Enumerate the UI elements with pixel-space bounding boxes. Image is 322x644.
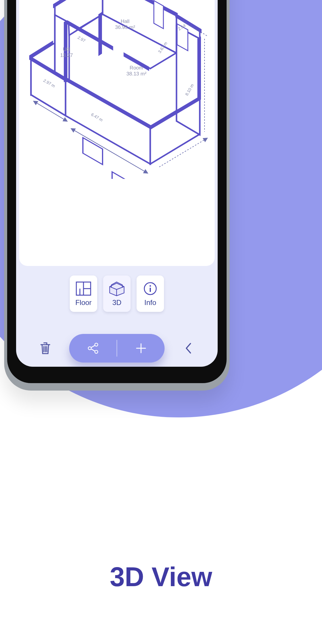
svg-point-53: [88, 347, 91, 350]
svg-line-56: [91, 349, 95, 351]
svg-point-52: [95, 343, 98, 346]
action-pill: [69, 334, 165, 363]
view-button-label: Floor: [75, 299, 92, 306]
svg-rect-27: [83, 138, 103, 165]
view-button-label: Info: [144, 299, 156, 306]
svg-rect-48: [150, 288, 151, 292]
floor-icon: [75, 281, 92, 296]
trash-icon: [40, 342, 51, 355]
share-button[interactable]: [69, 334, 117, 363]
svg-rect-28: [112, 172, 132, 179]
info-icon: [142, 281, 159, 296]
view-button-3d[interactable]: 3D: [103, 275, 131, 312]
svg-marker-29: [113, 39, 123, 78]
svg-marker-32: [154, 1, 163, 29]
room-label-room: Room 38.13 m²: [126, 65, 146, 77]
view-button-floor[interactable]: Floor: [70, 275, 97, 312]
floorplan-3d-view[interactable]: Hall 36.95 m² Util 13.27 Room 38.13 m² 2…: [22, 0, 213, 179]
viewport-card[interactable]: Hall 36.95 m² Util 13.27 Room 38.13 m² 2…: [19, 0, 215, 266]
svg-point-47: [150, 285, 151, 287]
room-label-util: Util 13.27: [60, 47, 73, 59]
share-icon: [87, 342, 99, 354]
svg-line-55: [91, 345, 95, 348]
bottom-toolbar: [16, 330, 218, 366]
chevron-left-icon: [185, 342, 192, 354]
svg-point-54: [95, 350, 98, 353]
svg-marker-25: [98, 12, 102, 56]
back-button[interactable]: [179, 339, 197, 357]
plus-icon: [135, 342, 147, 354]
svg-marker-30: [80, 48, 89, 87]
delete-button[interactable]: [36, 339, 54, 357]
svg-marker-22: [197, 36, 201, 101]
page-caption: 3D View: [0, 564, 322, 590]
add-button[interactable]: [117, 334, 165, 363]
three-d-icon: [109, 281, 125, 296]
view-mode-row: Floor 3D Info: [16, 275, 218, 312]
view-button-info[interactable]: Info: [137, 275, 164, 312]
phone-screen: Hall 36.95 m² Util 13.27 Room 38.13 m² 2…: [16, 0, 218, 367]
room-label-hall: Hall 36.95 m²: [115, 18, 135, 31]
view-button-label: 3D: [112, 299, 122, 306]
